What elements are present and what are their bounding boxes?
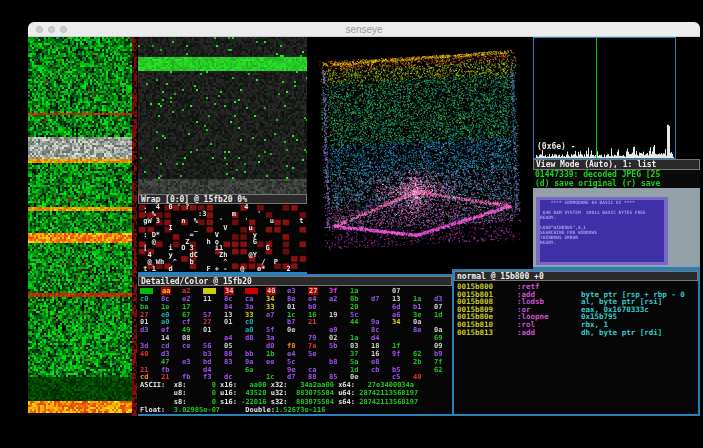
disasm-row[interactable]: 0015b813:adddh, byte ptr [rdi] [457,329,696,337]
hex-byte: 6a [245,366,253,374]
hex-byte: d3 [161,350,169,358]
hex-byte: d0 [266,342,274,350]
hex-byte: f8 [287,342,295,350]
hex-byte: b8 [329,358,337,366]
footer-segment: x16: [216,381,241,389]
hex-footer-row: Float: 3.02985e-07 Double:1.52673e-116 [140,406,450,414]
hex-byte: 9e [287,366,295,374]
entropy-strip-canvas[interactable] [28,37,137,416]
hex-byte: 01 [287,303,295,311]
detailed-hex-panel[interactable]: Detailed/Color @ 15fb20 aaa23440e3273f1a… [138,274,452,416]
byte-noise-panel[interactable] [138,37,307,194]
footer-segment: -22016 [241,398,266,406]
hex-row: c08ce2118cca348ee4a20bd7131ad3 [140,295,450,303]
entropy-strip-panel[interactable] [28,37,137,416]
hex-row: 40d3b388bb1be45e37169f62b9 [140,350,450,358]
footer-segment [140,389,174,397]
hex-byte: 01 [140,318,148,326]
hex-byte: 5c [350,311,358,319]
hex-byte: 8e [413,326,421,334]
hex-byte: 40 [266,287,276,295]
hex-byte: 14 [161,334,169,342]
footer-segment: 1.52673e-116 [275,406,326,414]
save-keyhints-line: (d) save original (r) save [533,179,700,188]
histogram-panel[interactable]: (0x6e) - [533,37,676,159]
hex-byte: 1b [266,350,274,358]
hex-row: 27e067571333e71c16195ca63e1d [140,311,450,319]
hex-grid[interactable]: aaa23440e3273f1a07c08ce2118cca348ee4a20b… [140,287,450,381]
hex-byte: 3a [245,303,253,311]
hex-byte: 07 [434,303,442,311]
hex-byte: 5c [287,358,295,366]
hex-byte: ca [245,295,253,303]
hex-byte: 34 [392,318,400,326]
footer-segment [140,398,174,406]
disasm-rows[interactable]: 0015b800:retf0015b801:addbyte ptr [rsp +… [457,283,696,336]
hex-byte: 47 [161,358,169,366]
hex-byte: 8c [161,295,169,303]
hex-byte: c0 [245,318,253,326]
byte-noise-canvas[interactable] [138,37,307,194]
hex-row: d3ef4901a05f0ea98c8e0a [140,326,450,334]
hex-byte: cf [182,318,190,326]
footer-segment: 0 [191,389,216,397]
hex-byte: 08 [182,334,190,342]
senseye-window: senseye Wrap [0:0] @ 15fb20 0% . 4 0 ' ?… [28,22,700,448]
hex-byte: b5 [392,366,400,374]
hex-footer-row: ASCII: x8: 0 x16: aa00 x32: 34a2aa00 x64… [140,381,450,389]
hex-byte: a4 [224,334,232,342]
hex-byte: b9 [434,350,442,358]
hex-byte: d4 [203,366,211,374]
hex-byte: 49 [182,326,190,334]
hex-byte: 05 [224,342,232,350]
hex-byte: 8c [224,295,232,303]
hex-byte: 16 [371,350,379,358]
hex-byte: e4 [287,350,295,358]
disasm-header: normal @ 15b800 +0 [454,271,698,281]
hex-byte: 57 [203,311,211,319]
hex-value-footer: ASCII: x8: 0 x16: aa00 x32: 34a2aa00 x64… [140,381,450,415]
hex-value-block [203,288,216,294]
hex-byte: d8 [245,334,253,342]
hex-byte: 27 [140,311,148,319]
hex-byte: 3f [329,287,337,295]
hex-byte: 27 [308,287,318,295]
hex-byte: e3 [182,358,190,366]
hex-byte: 1a [413,295,421,303]
hex-byte: 9f [392,350,400,358]
wrap-panel[interactable]: Wrap [0:0] @ 15fb20 0% . 4 0 ' ? 4 ' % :… [138,194,307,274]
hex-byte: d7 [371,295,379,303]
hex-byte: 1a [350,287,358,295]
titlebar[interactable]: senseye [28,22,700,37]
footer-segment: 0 [191,381,216,389]
footer-segment: ASCII: [140,381,174,389]
hex-byte: d3 [140,326,148,334]
footer-segment: u64: [334,389,359,397]
pointcloud-canvas[interactable] [307,37,533,274]
hex-byte: 5f [266,326,274,334]
hex-footer-row: u8: 0 u16: 43520 u32: 883075584 u64: 287… [140,389,450,397]
disasm-panel[interactable]: normal @ 15b800 +0 0015b800:retf0015b801… [452,269,700,416]
hex-byte: aa [161,287,171,295]
hex-byte: 02 [329,334,337,342]
disasm-mnemonic: :add [517,329,581,337]
footer-segment: 43520 [241,389,266,397]
hex-byte: a2 [182,287,190,295]
hex-byte: 1d [350,366,358,374]
hex-byte: 21 [140,366,148,374]
hex-value-block [245,288,258,294]
hex-byte: 3d [140,342,148,350]
viewmode-panel[interactable]: View Mode (Auto), 1: list 01447339: deco… [533,159,700,269]
pointcloud-panel[interactable] [307,37,533,274]
hex-byte: 33 [245,311,253,319]
footer-segment: u8: [174,389,191,397]
hex-byte: 18 [371,342,379,350]
footer-segment: Float: [140,406,174,414]
histogram-canvas[interactable] [534,38,675,158]
hex-byte: 07 [392,287,400,295]
hex-byte: 9a [371,318,379,326]
footer-segment: Double: [220,406,275,414]
detailed-header: Detailed/Color @ 15fb20 [138,276,452,286]
hex-footer-row: s8: 0 s16: -22016 s32: 883075584 s64: 28… [140,398,450,406]
hex-byte: e0 [161,311,169,319]
